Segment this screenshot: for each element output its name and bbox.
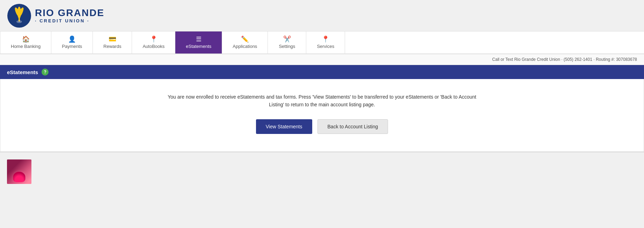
footer-area	[0, 152, 644, 191]
svg-point-5	[16, 20, 22, 23]
home-icon: 🏠	[22, 36, 30, 42]
view-statements-button[interactable]: View Statements	[256, 119, 312, 134]
nav-item-rewards[interactable]: 💳 Rewards	[93, 31, 132, 54]
footer-image	[7, 159, 31, 184]
logo-text: RIO GRANDE · CREDIT UNION ·	[35, 8, 104, 23]
nav-label-payments: Payments	[62, 44, 82, 49]
help-icon[interactable]: ?	[42, 69, 49, 76]
back-to-account-listing-button[interactable]: Back to Account Listing	[317, 119, 388, 134]
nav-item-autobooks[interactable]: 📍 AutoBooks	[132, 31, 175, 54]
section-header: eStatements ?	[0, 65, 644, 79]
logo-emblem	[7, 3, 31, 28]
nav-item-services[interactable]: 📍 Services	[306, 31, 345, 54]
nav-label-home-banking: Home Banking	[11, 44, 41, 49]
section-title: eStatements	[7, 69, 38, 75]
card-body: You are now enrolled to receive eStateme…	[0, 79, 644, 151]
applications-icon: ✏️	[241, 36, 249, 42]
nav-item-applications[interactable]: ✏️ Applications	[222, 31, 268, 54]
logo-subtitle: · CREDIT UNION ·	[35, 19, 104, 23]
estatements-icon: ☰	[196, 36, 202, 42]
contact-info: Call or Text Rio Grande Credit Union · (…	[492, 57, 637, 62]
nav-label-settings: Settings	[279, 44, 295, 49]
enrollment-message: You are now enrolled to receive eStateme…	[165, 93, 479, 109]
nav-label-autobooks: AutoBooks	[142, 44, 164, 49]
nav-item-home-banking[interactable]: 🏠 Home Banking	[0, 31, 51, 54]
content-area: eStatements ? You are now enrolled to re…	[0, 65, 644, 191]
info-bar: Call or Text Rio Grande Credit Union · (…	[0, 54, 644, 65]
main-nav: 🏠 Home Banking 👤 Payments 💳 Rewards 📍 Au…	[0, 31, 644, 54]
nav-item-payments[interactable]: 👤 Payments	[51, 31, 93, 54]
nav-label-rewards: Rewards	[103, 44, 121, 49]
action-buttons: View Statements Back to Account Listing	[7, 119, 637, 134]
logo: RIO GRANDE · CREDIT UNION ·	[7, 3, 104, 28]
autobooks-icon: 📍	[150, 36, 158, 42]
services-icon: 📍	[322, 36, 329, 42]
estatements-card: You are now enrolled to receive eStateme…	[0, 79, 644, 152]
nav-item-settings[interactable]: ✂️ Settings	[268, 31, 306, 54]
nav-label-services: Services	[317, 44, 334, 49]
logo-name: RIO GRANDE	[35, 8, 104, 19]
page-header: RIO GRANDE · CREDIT UNION ·	[0, 0, 644, 31]
nav-label-applications: Applications	[233, 44, 257, 49]
nav-label-estatements: eStatements	[186, 44, 211, 49]
payments-icon: 👤	[68, 36, 76, 42]
settings-icon: ✂️	[283, 36, 291, 42]
rewards-icon: 💳	[109, 36, 116, 42]
nav-item-estatements[interactable]: ☰ eStatements	[175, 31, 222, 54]
